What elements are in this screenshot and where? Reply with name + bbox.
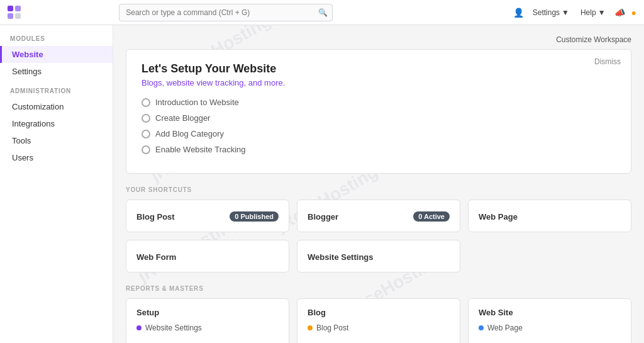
shortcut-blogger[interactable]: Blogger 0 Active	[297, 200, 460, 232]
sidebar-item-users-label: Users	[12, 153, 33, 162]
sidebar-item-integrations-label: Integrations	[12, 119, 55, 128]
report-card-blog-title: Blog	[308, 308, 450, 317]
report-card-website-title: Web Site	[479, 308, 621, 317]
chevron-down-icon-help: ▼	[598, 8, 606, 17]
main-content: jRoseHosting jRoseHosting jRoseHosting j…	[113, 25, 644, 343]
shortcut-web-form-name: Web Form	[136, 252, 176, 262]
administration-section-label: ADMINISTRATION	[0, 87, 113, 94]
content-wrap: Customize Workspace Let's Setup Your Web…	[126, 35, 631, 343]
shortcut-blog-post-badge: 0 Published	[230, 211, 279, 222]
logo-dot-4	[15, 13, 21, 19]
setup-card-subtitle: Blogs, website view tracking, and more.	[142, 78, 616, 87]
setup-item-tracking[interactable]: Enable Website Tracking	[142, 145, 616, 154]
shortcuts-row1: Blog Post 0 Published Blogger 0 Active W…	[126, 200, 631, 232]
circle-icon-intro	[142, 98, 150, 107]
report-card-setup-title: Setup	[136, 308, 279, 317]
shortcut-website-settings-name: Website Settings	[308, 252, 374, 262]
chevron-down-icon: ▼	[562, 8, 569, 17]
circle-icon-tracking	[142, 145, 150, 154]
logo-dot-2	[15, 6, 21, 11]
setup-item-blogger-label: Create Blogger	[155, 113, 210, 123]
sidebar-item-settings-label: Settings	[12, 67, 42, 76]
sidebar-item-tools[interactable]: Tools	[0, 132, 113, 149]
dot-blue-website	[479, 325, 484, 330]
app-layout: MODULES Website Settings ADMINISTRATION …	[0, 25, 644, 343]
user-icon[interactable]: 👤	[513, 8, 524, 18]
reports-section-title: REPORTS & MASTERS	[126, 285, 631, 292]
setup-card-title: Let's Setup Your Website	[142, 62, 616, 76]
report-card-website[interactable]: Web Site Web Page	[468, 298, 631, 343]
report-item-website-settings[interactable]: Website Settings	[136, 323, 279, 332]
search-input[interactable]	[119, 4, 333, 21]
report-card-setup[interactable]: Setup Website Settings	[126, 298, 289, 343]
shortcut-web-page[interactable]: Web Page	[468, 200, 631, 232]
customize-workspace-link[interactable]: Customize Workspace	[556, 35, 631, 44]
setup-item-blogger[interactable]: Create Blogger	[142, 113, 616, 123]
sidebar-item-customization-label: Customization	[12, 102, 64, 111]
notification-icon[interactable]: ●	[631, 8, 636, 18]
setup-item-category[interactable]: Add Blog Category	[142, 129, 616, 138]
report-card-blog[interactable]: Blog Blog Post	[297, 298, 460, 343]
report-item-blog-post-label: Blog Post	[316, 323, 348, 332]
sidebar-item-tools-label: Tools	[12, 136, 31, 145]
setup-item-intro-label: Introduction to Website	[155, 98, 239, 107]
settings-label: Settings	[533, 8, 560, 17]
search-icon: 🔍	[318, 8, 328, 17]
sidebar-item-website-label: Website	[12, 50, 43, 59]
logo-icon	[8, 6, 21, 20]
modules-section-label: MODULES	[0, 35, 113, 42]
top-actions: Customize Workspace	[126, 35, 631, 44]
logo-dot-3	[8, 13, 13, 19]
search-container: 🔍	[119, 4, 333, 21]
help-label: Help	[580, 8, 596, 17]
shortcuts-section-title: YOUR SHORTCUTS	[126, 186, 631, 193]
setup-item-tracking-label: Enable Website Tracking	[155, 145, 246, 154]
setup-item-category-label: Add Blog Category	[155, 129, 224, 138]
sidebar-item-website[interactable]: Website	[0, 46, 113, 63]
report-item-website-settings-label: Website Settings	[145, 323, 202, 332]
sidebar-item-integrations[interactable]: Integrations	[0, 115, 113, 132]
reports-grid: Setup Website Settings Blog Blog Post We…	[126, 298, 631, 343]
logo-dot-1	[8, 6, 13, 11]
app-logo	[8, 6, 21, 20]
shortcut-web-form[interactable]: Web Form	[126, 240, 289, 273]
sidebar-item-customization[interactable]: Customization	[0, 98, 113, 115]
circle-icon-blogger	[142, 114, 150, 123]
report-item-web-page-label: Web Page	[487, 323, 523, 332]
topbar: 🔍 👤 Settings ▼ Help ▼ 📣 ●	[0, 0, 644, 25]
setup-item-intro[interactable]: Introduction to Website	[142, 98, 616, 107]
shortcut-blogger-badge: 0 Active	[413, 211, 450, 222]
megaphone-icon[interactable]: 📣	[614, 8, 625, 18]
shortcuts-row2: Web Form Website Settings	[126, 240, 631, 273]
settings-button[interactable]: Settings ▼	[530, 7, 572, 18]
shortcut-web-page-name: Web Page	[479, 212, 518, 222]
sidebar: MODULES Website Settings ADMINISTRATION …	[0, 25, 113, 343]
shortcut-blog-post[interactable]: Blog Post 0 Published	[126, 200, 289, 232]
shortcut-website-settings[interactable]: Website Settings	[297, 240, 460, 273]
sidebar-item-settings[interactable]: Settings	[0, 63, 113, 80]
sidebar-item-users[interactable]: Users	[0, 149, 113, 166]
setup-card: Let's Setup Your Website Blogs, website …	[126, 49, 631, 174]
dot-purple-setup	[136, 325, 142, 330]
report-item-blog-post[interactable]: Blog Post	[308, 323, 450, 332]
shortcut-blog-post-name: Blog Post	[136, 212, 175, 222]
report-item-web-page[interactable]: Web Page	[479, 323, 621, 332]
circle-icon-category	[142, 130, 150, 138]
shortcut-blogger-name: Blogger	[308, 212, 338, 222]
dismiss-button[interactable]: Dismiss	[594, 57, 621, 66]
dot-yellow-blog	[308, 325, 313, 330]
help-button[interactable]: Help ▼	[578, 7, 608, 18]
topbar-right: 👤 Settings ▼ Help ▼ 📣 ●	[513, 7, 636, 18]
